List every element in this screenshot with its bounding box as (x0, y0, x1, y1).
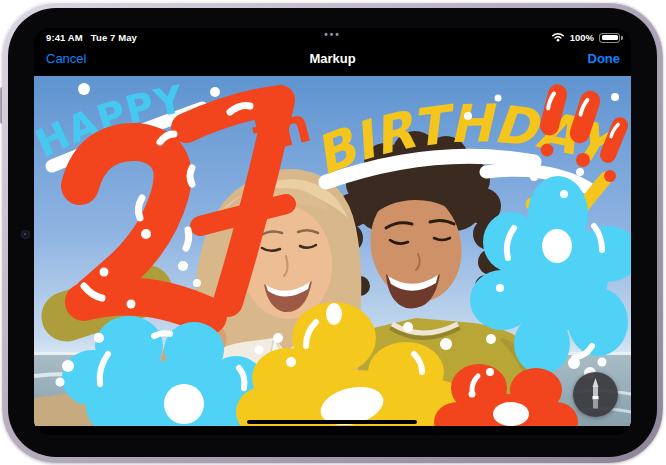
status-bar: 9:41 AM Tue 7 May ••• 100% (34, 28, 631, 48)
multitask-indicator[interactable]: ••• (324, 29, 341, 40)
status-time: 9:41 AM (46, 32, 83, 43)
cancel-button[interactable]: Cancel (46, 51, 86, 66)
markup-photo-canvas[interactable]: HAPPY 2 7 (34, 76, 631, 426)
status-right: 100% (551, 31, 620, 44)
battery-icon (599, 33, 620, 43)
done-button[interactable]: Done (588, 51, 621, 66)
pencil-tool-button[interactable] (573, 372, 618, 417)
home-indicator[interactable] (247, 420, 417, 424)
battery-percent: 100% (570, 32, 594, 43)
pencil-tool-icon (573, 372, 618, 417)
wifi-icon (551, 31, 565, 44)
front-camera-icon (21, 230, 30, 239)
clock: 9:41 AM Tue 7 May (46, 32, 137, 43)
screen: 9:41 AM Tue 7 May ••• 100% (34, 28, 631, 435)
ipad-frame: 9:41 AM Tue 7 May ••• 100% (2, 2, 663, 463)
markup-toolbar: Cancel Markup Done (34, 48, 631, 72)
status-date: Tue 7 May (91, 32, 137, 43)
page-title: Markup (309, 51, 355, 66)
page: 9:41 AM Tue 7 May ••• 100% (0, 0, 666, 465)
